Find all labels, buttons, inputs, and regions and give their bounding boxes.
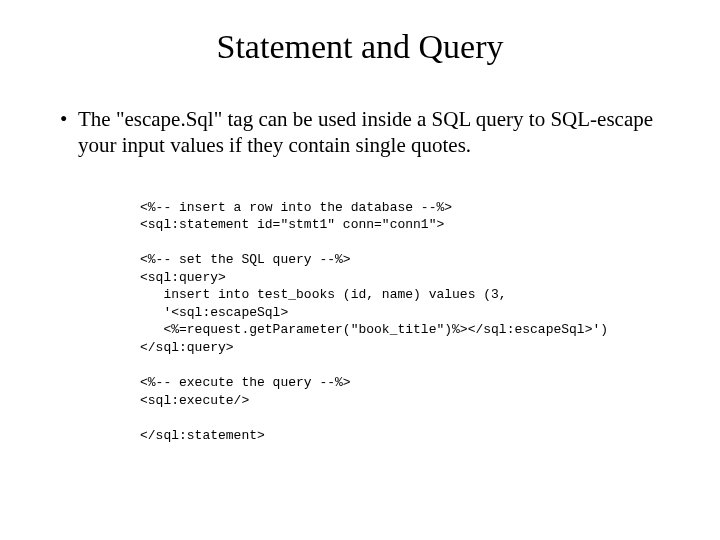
code-line: <%-- execute the query --%> <box>140 375 351 390</box>
slide-title: Statement and Query <box>60 28 660 66</box>
code-line: </sql:query> <box>140 340 234 355</box>
bullet-dot: • <box>60 106 78 132</box>
code-line: <%-- set the SQL query --%> <box>140 252 351 267</box>
bullet-item: • The "escape.Sql" tag can be used insid… <box>60 106 660 159</box>
code-line: </sql:statement> <box>140 428 265 443</box>
code-line: insert into test_books (id, name) values… <box>140 287 507 302</box>
code-line: <sql:query> <box>140 270 226 285</box>
code-line: <sql:execute/> <box>140 393 249 408</box>
code-line: '<sql:escapeSql> <box>140 305 288 320</box>
code-block: <%-- insert a row into the database --%>… <box>140 199 660 445</box>
code-line: <%-- insert a row into the database --%> <box>140 200 452 215</box>
code-line: <sql:statement id="stmt1" conn="conn1"> <box>140 217 444 232</box>
code-line: <%=request.getParameter("book_title")%><… <box>140 322 608 337</box>
slide: Statement and Query • The "escape.Sql" t… <box>0 0 720 540</box>
bullet-text: The "escape.Sql" tag can be used inside … <box>78 106 660 159</box>
